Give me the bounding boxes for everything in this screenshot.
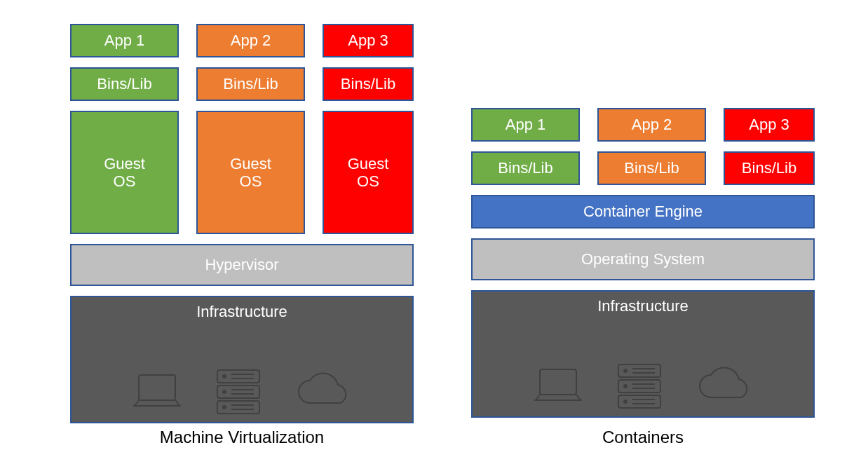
svg-rect-0 bbox=[139, 375, 175, 400]
vm-bins-2: Bins/Lib bbox=[196, 67, 305, 101]
vm-infrastructure: Infrastructure bbox=[70, 296, 414, 423]
server-icon bbox=[210, 367, 266, 416]
vm-guest-3: Guest OS bbox=[323, 111, 414, 234]
svg-rect-13 bbox=[540, 369, 576, 395]
ct-bins-2: Bins/Lib bbox=[597, 151, 706, 185]
ct-panel: App 1 Bins/Lib App 2 Bins/Lib App 3 Bins… bbox=[471, 108, 815, 451]
vm-guest-2: Guest OS bbox=[196, 111, 305, 234]
ct-os: Operating System bbox=[471, 238, 815, 280]
server-icon bbox=[611, 362, 667, 411]
svg-point-4 bbox=[223, 375, 226, 378]
vm-panel: App 1 Bins/Lib Guest OS App 2 Bins/Lib G… bbox=[70, 24, 414, 451]
cloud-icon bbox=[693, 365, 756, 407]
cloud-icon bbox=[292, 371, 355, 413]
vm-app-1: App 1 bbox=[70, 24, 179, 57]
vm-caption: Machine Virtualization bbox=[70, 428, 414, 447]
laptop-icon bbox=[129, 371, 185, 413]
vm-bins-3: Bins/Lib bbox=[323, 67, 414, 101]
vm-infra-icons bbox=[72, 367, 412, 416]
svg-point-5 bbox=[223, 390, 226, 393]
ct-caption: Containers bbox=[471, 428, 815, 447]
ct-bins-3: Bins/Lib bbox=[724, 151, 815, 185]
ct-engine: Container Engine bbox=[471, 195, 815, 228]
ct-infra-icons bbox=[473, 362, 813, 411]
laptop-icon bbox=[530, 365, 586, 407]
vm-hypervisor: Hypervisor bbox=[70, 244, 414, 286]
ct-infrastructure: Infrastructure bbox=[471, 290, 815, 418]
svg-point-17 bbox=[624, 369, 627, 372]
ct-app-2: App 2 bbox=[597, 108, 706, 142]
vm-app-2: App 2 bbox=[196, 24, 305, 57]
vm-guest-1: Guest OS bbox=[70, 111, 179, 234]
ct-infrastructure-label: Infrastructure bbox=[597, 297, 689, 315]
ct-app-1: App 1 bbox=[471, 108, 580, 142]
vm-bins-1: Bins/Lib bbox=[70, 67, 179, 101]
svg-point-6 bbox=[223, 406, 226, 409]
ct-app-3: App 3 bbox=[724, 108, 815, 142]
vm-infrastructure-label: Infrastructure bbox=[196, 303, 287, 320]
vm-app-3: App 3 bbox=[323, 24, 414, 57]
ct-bins-1: Bins/Lib bbox=[471, 151, 580, 185]
svg-point-19 bbox=[624, 400, 627, 403]
svg-point-18 bbox=[624, 385, 627, 388]
